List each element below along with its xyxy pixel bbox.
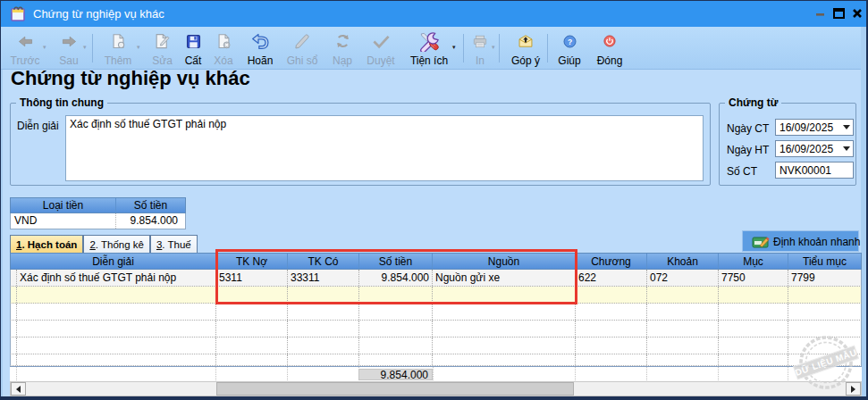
svg-text:?: ? [567, 37, 571, 46]
